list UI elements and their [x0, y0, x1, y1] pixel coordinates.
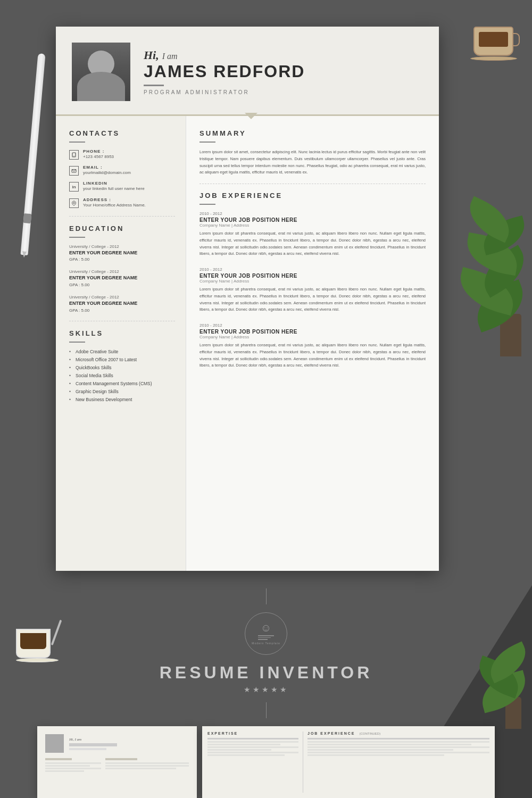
header-text: Hi, I am JAMES REDFORD PROGRAM ADMINISTR…	[144, 48, 305, 95]
skill-2: Microsoft Office 2007 to Latest	[69, 357, 175, 362]
address-label: ADDRESS :	[83, 197, 146, 202]
job-title-2: ENTER YOUR JOB POSITION HERE	[200, 273, 426, 279]
full-name: JAMES REDFORD	[144, 62, 305, 81]
edu-item-2: University / College - 2012 ENTER YOUR D…	[69, 269, 175, 287]
resume-header: Hi, I am JAMES REDFORD PROGRAM ADMINISTR…	[56, 27, 439, 116]
phone-label: PHONE :	[83, 149, 114, 154]
edu-year-1: University / College - 2012	[69, 244, 175, 249]
coffee-cup-top-right	[473, 27, 513, 61]
brand-line-top	[266, 588, 267, 604]
greeting-hi: Hi,	[144, 48, 159, 62]
phone-value: +123 4567 8953	[83, 154, 114, 160]
contact-address: ADDRESS : Your Home/office Address Name.	[69, 197, 175, 208]
contact-email: EMAIL : yourlmailid@domain.com	[69, 165, 175, 176]
job-title-3: ENTER YOUR JOB POSITION HERE	[200, 329, 426, 335]
bottom-previews: Hi, I am EXPERTISE	[0, 726, 532, 798]
summary-title: SUMMARY	[200, 129, 426, 137]
branding-section: ☺ Modern Template RESUME INVENTOR ★★★★★	[0, 588, 532, 718]
job-desc-3: Lorem ipsum dolor sit pharetra consequat…	[200, 342, 426, 369]
edu-gpa-3: GPA : 5.00	[69, 308, 175, 313]
preview-title-bar	[69, 748, 106, 750]
brand-circle: ☺ Modern Template	[245, 612, 287, 655]
linkedin-label: LINKEDIN	[83, 181, 145, 186]
preview-left: Hi, I am	[37, 726, 197, 798]
contacts-title: CONTACTS	[69, 129, 175, 137]
job-company-2: Company Name | Address	[200, 279, 426, 284]
skills-title: SKILLS	[69, 329, 175, 337]
left-column: CONTACTS PHONE : +123 4567 8953	[56, 116, 186, 571]
right-column: SUMMARY Lorem ipsum dolor sit amet, cons…	[186, 116, 439, 571]
job-item-3: 2010 - 2012 ENTER YOUR JOB POSITION HERE…	[200, 323, 426, 369]
greeting-line: Hi, I am	[144, 48, 305, 62]
skills-divider	[69, 342, 85, 343]
job-exp-title: JOB EXPERIENCE	[200, 192, 426, 200]
skill-4: Social Media Skills	[69, 373, 175, 378]
skill-5: Content Management Systems (CMS)	[69, 381, 175, 386]
job-years-2: 2010 - 2012	[200, 267, 426, 272]
expertise-label: EXPERTISE	[207, 732, 298, 735]
svg-point-3	[73, 202, 74, 203]
brand-circle-text: Modern Template	[252, 642, 280, 645]
education-section: EDUCATION University / College - 2012 EN…	[69, 225, 175, 313]
preview-greeting: Hi, I am	[69, 737, 117, 742]
edu-item-3: University / College - 2012 ENTER YOUR D…	[69, 295, 175, 313]
skills-section: SKILLS Adobe Creative Suite Microsoft Of…	[69, 329, 175, 402]
job-item-2: 2010 - 2012 ENTER YOUR JOB POSITION HERE…	[200, 267, 426, 313]
contacts-section: CONTACTS PHONE : +123 4567 8953	[69, 129, 175, 208]
edu-degree-1: ENTER YOUR DEGREE NAME	[69, 250, 175, 256]
edu-gpa-1: GPA : 5.00	[69, 257, 175, 262]
phone-icon	[69, 150, 79, 160]
brand-name: RESUME INVENTOR	[160, 663, 373, 683]
brand-line-bottom	[266, 702, 267, 718]
contacts-divider	[69, 142, 85, 143]
address-icon	[69, 198, 79, 208]
brand-person-icon: ☺	[261, 622, 271, 633]
contacts-edu-divider	[69, 216, 175, 217]
job-years-3: 2010 - 2012	[200, 323, 426, 328]
brand-lines-decoration	[258, 635, 274, 640]
summary-section: SUMMARY Lorem ipsum dolor sit amet, cons…	[200, 129, 426, 176]
edu-gpa-2: GPA : 5.00	[69, 282, 175, 287]
resume-body: CONTACTS PHONE : +123 4567 8953	[56, 116, 439, 571]
job-desc-1: Lorem ipsum dolor sit pharetra consequat…	[200, 230, 426, 257]
greeting-suffix: I am	[162, 52, 178, 61]
address-value: Your Home/office Address Name.	[83, 202, 146, 208]
job-company-1: Company Name | Address	[200, 223, 426, 228]
edu-degree-3: ENTER YOUR DEGREE NAME	[69, 301, 175, 307]
education-title: EDUCATION	[69, 225, 175, 232]
email-icon	[69, 166, 79, 176]
summary-text: Lorem ipsum dolor sit amet, consectetur …	[200, 149, 426, 176]
job-title: PROGRAM ADMINISTRATOR	[144, 89, 305, 95]
email-label: EMAIL :	[83, 165, 131, 170]
job-years-1: 2010 - 2012	[200, 211, 426, 216]
skill-6: Graphic Design Skills	[69, 389, 175, 394]
preview-name-bar	[69, 743, 117, 746]
edu-degree-2: ENTER YOUR DEGREE NAME	[69, 275, 175, 281]
brand-stars: ★★★★★	[244, 685, 289, 694]
summary-job-divider	[200, 184, 426, 184]
job-experience-section: JOB EXPERIENCE 2010 - 2012 ENTER YOUR JO…	[200, 192, 426, 369]
linkedin-value: your linkedin full user name here	[83, 186, 145, 192]
edu-year-3: University / College - 2012	[69, 295, 175, 300]
resume-paper: Hi, I am JAMES REDFORD PROGRAM ADMINISTR…	[56, 27, 439, 569]
edu-skills-divider	[69, 321, 175, 321]
edu-item-1: University / College - 2012 ENTER YOUR D…	[69, 244, 175, 262]
education-divider	[69, 237, 85, 238]
job-exp-preview-label: JOB EXPERIENCE (CONTINUED)	[307, 732, 489, 738]
job-company-3: Company Name | Address	[200, 335, 426, 339]
avatar	[72, 43, 130, 101]
contact-linkedin: in LINKEDIN your linkedin full user name…	[69, 181, 175, 192]
preview-divider-vertical	[303, 732, 303, 793]
col-separator-triangle	[245, 113, 257, 119]
skill-3: QuickBooks Skills	[69, 365, 175, 370]
job-desc-2: Lorem ipsum dolor sit pharetra consequat…	[200, 286, 426, 313]
contact-phone: PHONE : +123 4567 8953	[69, 149, 175, 160]
preview-job-exp-col: JOB EXPERIENCE (CONTINUED)	[307, 732, 489, 793]
preview-right: EXPERTISE JOB EXPERIENCE (CONTINUED)	[202, 726, 495, 798]
skill-1: Adobe Creative Suite	[69, 349, 175, 354]
email-value: yourlmailid@domain.com	[83, 170, 131, 176]
preview-expertise-col: EXPERTISE	[207, 732, 298, 793]
job-exp-divider	[200, 204, 215, 205]
skill-7: New Business Development	[69, 397, 175, 402]
plant-top-right	[442, 186, 532, 356]
